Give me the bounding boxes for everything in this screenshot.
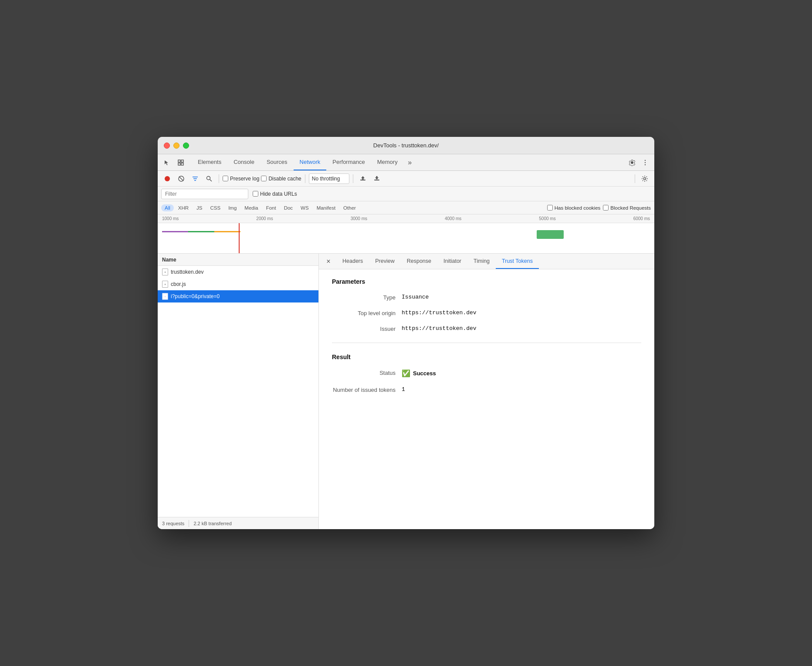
filter-ws[interactable]: WS [297,204,312,211]
search-button[interactable] [203,173,215,185]
filter-bar: Hide data URLs [158,187,654,201]
filter-xhr[interactable]: XHR [175,204,192,211]
tab-preview[interactable]: Preview [369,254,400,269]
tab-trust-tokens[interactable]: Trust Tokens [496,254,539,269]
network-settings-icon[interactable] [639,173,651,185]
parameters-section: Parameters Type Issuance Top level origi… [332,278,641,332]
tab-headers[interactable]: Headers [336,254,369,269]
filter-img[interactable]: Img [225,204,240,211]
ruler-mark-1: 1000 ms [162,216,179,221]
request-count: 3 requests [162,521,184,526]
disable-cache-checkbox[interactable]: Disable cache [261,176,301,182]
timeline-ruler: 1000 ms 2000 ms 3000 ms 4000 ms 5000 ms … [158,214,654,223]
import-button[interactable] [357,173,369,185]
has-blocked-cookies-checkbox[interactable] [547,205,553,211]
right-panel: × Headers Preview Response Initiator Tim… [319,254,654,529]
issuer-row: Issuer https://trusttoken.dev [332,325,641,332]
tab-network[interactable]: Network [294,154,327,170]
result-section: Result Status ✅ Success Number of issued… [332,353,641,393]
success-checkmark-icon: ✅ [402,369,410,377]
top-level-origin-row: Top level origin https://trusttoken.dev [332,309,641,316]
svg-line-9 [179,177,183,181]
blocked-requests-checkbox[interactable] [603,205,609,211]
filter-input[interactable] [161,189,248,199]
preserve-log-checkbox[interactable]: Preserve log [223,176,259,182]
svg-point-7 [165,176,170,181]
file-name: cbor.js [171,281,186,287]
tab-initiator[interactable]: Initiator [437,254,467,269]
list-item-selected[interactable]: ≡ i?public=0&private=0 [158,290,318,302]
filter-js[interactable]: JS [193,204,206,211]
issuer-label: Issuer [332,325,402,332]
timeline-section: 1000 ms 2000 ms 3000 ms 4000 ms 5000 ms … [158,214,654,254]
throttle-wrapper: No throttling Fast 3G Slow 3G Offline [309,173,349,184]
tab-more-icon[interactable]: » [404,156,416,169]
inspect-icon[interactable] [175,157,186,168]
hide-data-urls-checkbox[interactable] [253,191,258,197]
close-detail-button[interactable]: × [322,255,335,268]
filter-font[interactable]: Font [263,204,280,211]
status-bar: 3 requests 2.2 kB transferred [158,517,318,529]
hide-data-urls-label[interactable]: Hide data URLs [253,191,297,197]
filter-other[interactable]: Other [340,204,359,211]
tab-console[interactable]: Console [227,154,261,170]
file-name: trusttoken.dev [171,269,203,275]
throttle-select[interactable]: No throttling Fast 3G Slow 3G Offline [309,173,349,184]
toolbar-right-icons [635,173,651,185]
cursor-icon[interactable] [161,157,173,168]
close-button[interactable] [164,143,170,149]
settings-gear-icon[interactable] [626,157,638,168]
block-requests-button[interactable] [175,173,187,185]
type-filter-extra: Has blocked cookies Blocked Requests [547,205,651,211]
toolbar-separator-1 [219,174,219,183]
svg-rect-0 [178,160,180,162]
traffic-lights [164,143,189,149]
tab-response[interactable]: Response [401,254,437,269]
blocked-requests-label[interactable]: Blocked Requests [603,205,651,211]
status-label: Status [332,369,402,376]
svg-point-6 [645,164,646,165]
ruler-mark-5: 5000 ms [539,216,555,221]
type-row: Type Issuance [332,294,641,301]
timeline-marker-red [239,223,240,254]
title-bar: DevTools - trusttoken.dev/ [158,137,654,154]
main-tabs-list: Elements Console Sources Network Perform… [192,154,626,170]
toolbar-separator-3 [353,174,353,183]
record-button[interactable] [161,173,173,185]
tab-timing[interactable]: Timing [467,254,496,269]
disable-cache-input[interactable] [261,176,267,181]
filter-button[interactable] [189,173,201,185]
export-button[interactable] [371,173,383,185]
minimize-button[interactable] [173,143,179,149]
svg-point-4 [645,160,646,160]
svg-rect-17 [374,180,379,180]
tab-elements[interactable]: Elements [192,154,227,170]
section-divider [332,343,641,343]
list-item[interactable]: ≡ trusttoken.dev [158,266,318,278]
timeline-highlight [537,230,564,239]
issued-tokens-label: Number of issued tokens [332,386,402,393]
tab-icon-group [161,157,186,168]
filter-manifest[interactable]: Manifest [313,204,339,211]
ruler-mark-6: 6000 ms [633,216,650,221]
filter-doc[interactable]: Doc [281,204,296,211]
list-item[interactable]: ≡ cbor.js [158,278,318,290]
parameters-title: Parameters [332,278,641,285]
more-options-icon[interactable] [639,157,651,168]
status-value: ✅ Success [402,369,436,377]
tab-sources[interactable]: Sources [261,154,294,170]
maximize-button[interactable] [183,143,189,149]
status-row: Status ✅ Success [332,369,641,377]
filter-css[interactable]: CSS [206,204,224,211]
left-panel: Name ≡ trusttoken.dev ≡ cbor.js ≡ i?publ… [158,254,319,529]
svg-rect-2 [178,163,180,165]
tab-performance[interactable]: Performance [326,154,371,170]
filter-media[interactable]: Media [241,204,261,211]
tab-memory[interactable]: Memory [371,154,404,170]
status-bar-divider [189,520,189,527]
svg-marker-16 [361,176,365,180]
content-area: Name ≡ trusttoken.dev ≡ cbor.js ≡ i?publ… [158,254,654,529]
has-blocked-cookies-label[interactable]: Has blocked cookies [547,205,600,211]
preserve-log-input[interactable] [223,176,228,181]
filter-all[interactable]: All [161,204,174,211]
